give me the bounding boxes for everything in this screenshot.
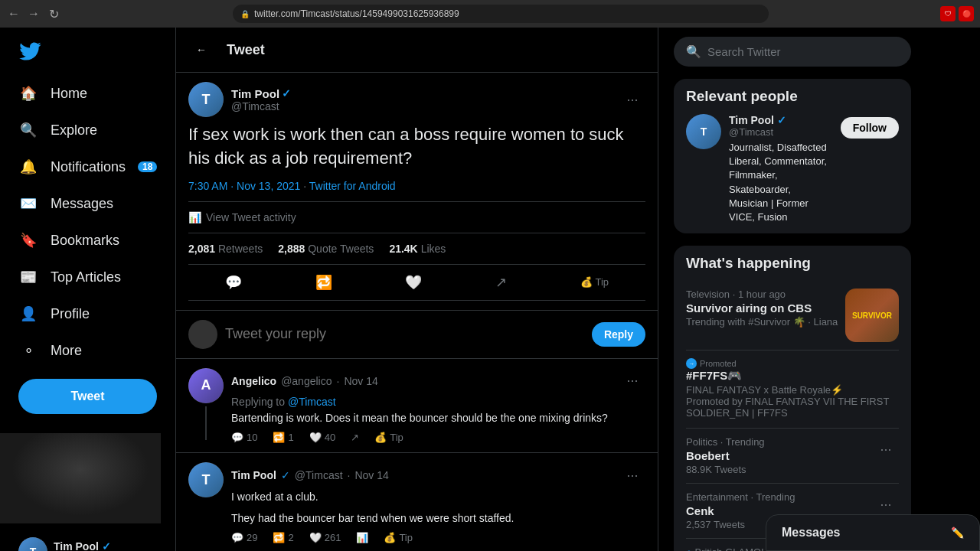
reply-tweet-r2[interactable]: T Tim Pool ✓ @Timcast · Nov 14 ··· I wor…	[176, 453, 658, 551]
quote-tweets-stat[interactable]: 2,888 Quote Tweets	[278, 243, 374, 255]
search-input[interactable]	[707, 45, 899, 58]
reply-action-btn[interactable]: 💬	[219, 268, 248, 297]
reply-retweet-btn-r2[interactable]: 🔁 2	[273, 532, 293, 543]
search-box[interactable]: 🔍	[674, 37, 911, 67]
rp-name-timpool: Tim Pool ✓	[729, 114, 833, 126]
retweet-action-btn[interactable]: 🔁	[309, 268, 338, 297]
retweets-stat[interactable]: 2,081 Retweets	[188, 243, 263, 255]
reply-share-btn-r1[interactable]: ↗	[351, 432, 359, 443]
lock-icon: 🔒	[240, 10, 250, 18]
reply-reply-btn-r2[interactable]: 💬 29	[231, 532, 257, 543]
reply-tip-icon-r2: 💰	[384, 532, 396, 543]
notifications-badge: 18	[138, 161, 157, 172]
happening-more-boebert[interactable]: ···	[873, 436, 899, 462]
tweet-button[interactable]: Tweet	[18, 379, 157, 414]
reply-date-r1: ·	[337, 375, 340, 387]
sidebar-item-explore[interactable]: 🔍 Explore	[9, 112, 166, 148]
sidebar-item-profile[interactable]: 👤 Profile	[9, 296, 166, 331]
back-button[interactable]: ←	[188, 37, 214, 63]
rp-bio-timpool: Journalist, Disaffected Liberal, Comment…	[729, 141, 833, 224]
happening-item-ff7fs[interactable]: → Promoted #FF7FS🎮 FINAL FANTASY x Battl…	[686, 350, 899, 429]
sidebar-item-bookmarks[interactable]: 🔖 Bookmarks	[9, 223, 166, 258]
url-bar[interactable]: 🔒 twitter.com/Timcast/status/14594990316…	[233, 5, 769, 23]
sidebar-user[interactable]: T Tim Pool ✓ @Timcast ···	[9, 531, 166, 551]
reply-input[interactable]	[225, 326, 584, 342]
reply-tweet-r1[interactable]: A Angelico @angelico · Nov 14 ··· Replyi…	[176, 359, 658, 454]
messages-icon: ✉️	[18, 194, 38, 214]
happening-info-survivor: Television · 1 hour ago Survivor airing …	[686, 289, 838, 328]
twitter-bird-icon	[18, 40, 41, 63]
reply-handle-r1: @angelico	[281, 375, 332, 387]
twitter-logo[interactable]	[9, 34, 166, 71]
happening-item-boebert[interactable]: Politics · Trending Boebert 88.9K Tweets…	[686, 429, 899, 484]
reply-reply-btn-r1[interactable]: 💬 10	[231, 432, 257, 443]
share-icon: ↗	[495, 274, 507, 291]
replying-to-link-r1[interactable]: @Timcast	[288, 396, 336, 408]
browser-chrome: ← → ↻ 🔒 twitter.com/Timcast/status/14594…	[0, 0, 980, 28]
reply-analytics-icon-r2: 📊	[356, 532, 368, 543]
video-person	[0, 433, 161, 523]
relevant-people-section: Relevant people T Tim Pool ✓ @Timcast Jo…	[674, 79, 911, 233]
reply-retweet-btn-r1[interactable]: 🔁 1	[273, 432, 293, 443]
reply-heart-icon-r2: 🤍	[309, 532, 322, 543]
view-activity-btn[interactable]: 📊 View Tweet activity	[188, 201, 645, 233]
explore-icon: 🔍	[18, 120, 38, 140]
refresh-btn[interactable]: ↻	[46, 6, 61, 21]
extension-1[interactable]: 🛡	[940, 6, 956, 21]
reply-more-btn-r1[interactable]: ···	[619, 368, 645, 394]
reply-box-avatar	[188, 320, 217, 349]
whats-happening-title: What's happening	[686, 255, 899, 272]
tweet-header: ← Tweet	[176, 28, 658, 73]
sidebar-item-messages-label: Messages	[51, 196, 113, 212]
heart-icon: 🤍	[405, 274, 422, 291]
tweet-more-btn[interactable]: ···	[619, 86, 645, 112]
reply-header-r1: Angelico @angelico · Nov 14 ···	[231, 368, 645, 394]
reply-avatar-r2: T	[188, 462, 224, 497]
happening-sub-ff7fs: FINAL FANTASY x Battle Royale⚡	[686, 384, 899, 396]
forward-nav-btn[interactable]: →	[26, 6, 41, 21]
sidebar-item-home[interactable]: 🏠 Home	[9, 76, 166, 111]
survivor-thumbnail: SURVIVOR	[845, 289, 899, 342]
follow-btn-timpool[interactable]: Follow	[841, 117, 899, 139]
reply-submit-btn[interactable]: Reply	[592, 322, 645, 347]
happening-sub-survivor: Trending with #Survivor 🌴 · Liana	[686, 316, 838, 328]
share-action-btn[interactable]: ↗	[489, 268, 513, 297]
sidebar-user-more[interactable]: ···	[148, 546, 157, 551]
tweet-platform[interactable]: Twitter for Android	[309, 180, 396, 192]
reply-like-btn-r2[interactable]: 🤍 261	[309, 532, 341, 543]
notifications-icon: 🔔	[18, 157, 38, 177]
sidebar-item-top-articles-label: Top Articles	[51, 269, 121, 285]
sidebar-user-name: Tim Pool ✓	[54, 540, 142, 552]
sidebar-item-messages[interactable]: ✉️ Messages	[9, 186, 166, 221]
sidebar-item-bookmarks-label: Bookmarks	[51, 233, 119, 249]
ff7fs-promo-label: Promoted	[700, 359, 737, 368]
reply-actions-r1: 💬 10 🔁 1 🤍 40 ↗ 💰	[231, 432, 645, 443]
like-action-btn[interactable]: 🤍	[399, 268, 428, 297]
reply-like-btn-r1[interactable]: 🤍 40	[309, 432, 335, 443]
happening-info-boebert: Politics · Trending Boebert 88.9K Tweets	[686, 436, 765, 475]
sidebar-item-notifications[interactable]: 🔔 Notifications 18	[9, 149, 166, 184]
sidebar-item-more[interactable]: ⚬ More	[9, 333, 166, 368]
right-sidebar: 🔍 Relevant people T Tim Pool ✓ @Timcast …	[658, 28, 926, 551]
reply-analytics-btn-r2[interactable]: 📊	[356, 532, 368, 543]
rp-info-timpool: Tim Pool ✓ @Timcast Journalist, Disaffec…	[729, 114, 833, 224]
reply-reply-icon-r2: 💬	[231, 532, 243, 543]
messages-bar[interactable]: Messages ✏️	[766, 514, 980, 551]
reply-avatar-img-r1: A	[188, 368, 224, 403]
reply-tip-btn-r2[interactable]: 💰 Tip	[384, 532, 413, 543]
back-nav-btn[interactable]: ←	[6, 6, 21, 21]
sidebar-item-top-articles[interactable]: 📰 Top Articles	[9, 259, 166, 295]
happening-item-survivor[interactable]: Television · 1 hour ago Survivor airing …	[686, 281, 899, 350]
reply-verified-r2: ✓	[281, 469, 290, 481]
reply-more-btn-r2[interactable]: ···	[619, 462, 645, 488]
british-source-dot: ●	[686, 546, 692, 551]
tweet-author[interactable]: T Tim Pool ✓ @Timcast	[188, 82, 291, 117]
extension-2[interactable]: 🔴	[959, 6, 974, 21]
messages-bar-title: Messages	[782, 526, 841, 540]
tweet-verified-icon: ✓	[282, 87, 291, 99]
happening-info-ff7fs: → Promoted #FF7FS🎮 FINAL FANTASY x Battl…	[686, 358, 899, 420]
reply-tip-btn-r1[interactable]: 💰 Tip	[374, 432, 403, 443]
top-articles-icon: 📰	[18, 267, 38, 287]
tip-action-btn[interactable]: 💰 Tip	[574, 270, 616, 294]
likes-stat[interactable]: 21.4K Likes	[389, 243, 446, 255]
